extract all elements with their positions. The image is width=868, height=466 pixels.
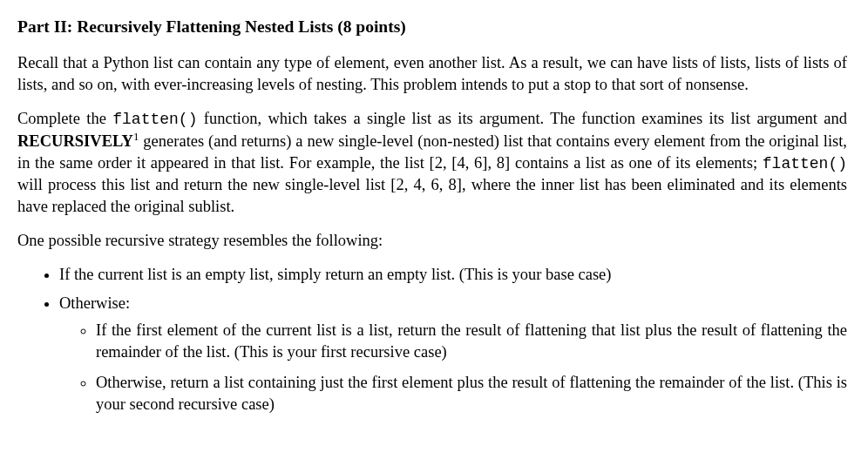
list-item-label: Otherwise: [59,294,130,312]
strategy-list: If the current list is an empty list, si… [17,264,847,415]
problem-description: Complete the flatten() function, which t… [17,108,847,218]
text-segment: function, which takes a single list as i… [197,110,847,127]
emphasized-recursively: RECURSIVELY [17,132,133,150]
strategy-intro: One possible recursive strategy resemble… [17,230,847,252]
strategy-sublist: If the first element of the current list… [59,320,847,415]
list-item: If the current list is an empty list, si… [59,264,847,286]
section-title: Part II: Recursively Flattening Nested L… [17,16,847,38]
list-item: Otherwise: If the first element of the c… [59,293,847,415]
text-segment: Complete the [17,110,112,127]
text-segment: will process this list and return the ne… [17,176,847,215]
list-item: Otherwise, return a list containing just… [96,372,847,415]
code-flatten: flatten() [763,155,847,172]
list-item: If the first element of the current list… [96,320,847,363]
text-segment: generates (and returns) a new single-lev… [17,132,847,172]
code-flatten: flatten() [112,111,197,128]
intro-paragraph: Recall that a Python list can contain an… [17,52,847,96]
